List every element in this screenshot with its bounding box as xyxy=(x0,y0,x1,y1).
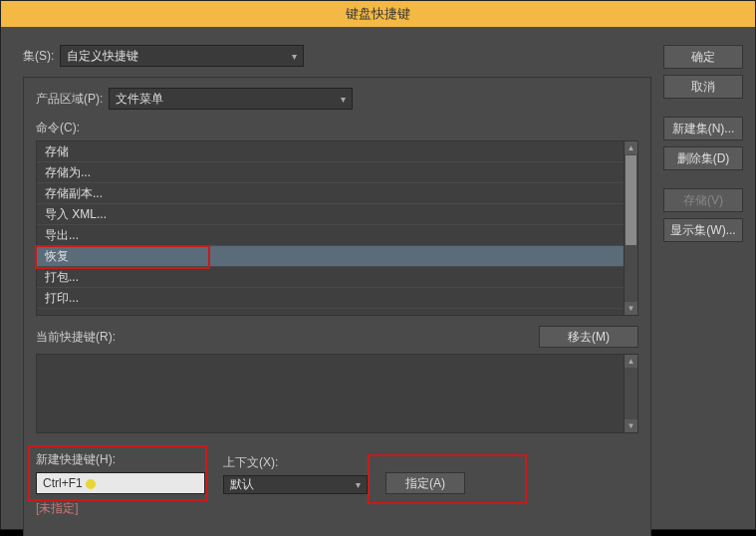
set-select[interactable]: 自定义快捷键 xyxy=(60,45,304,67)
cancel-button[interactable]: 取消 xyxy=(663,75,743,99)
current-scrollbar[interactable]: ▲ ▼ xyxy=(624,355,637,432)
scroll-down-icon[interactable]: ▼ xyxy=(625,419,637,432)
set-value: 自定义快捷键 xyxy=(67,48,138,65)
delete-set-button[interactable]: 删除集(D) xyxy=(663,146,743,170)
product-area-select[interactable]: 文件菜单 xyxy=(109,88,353,110)
ok-button[interactable]: 确定 xyxy=(663,45,743,69)
list-item[interactable]: 导出... xyxy=(37,225,624,246)
remove-button[interactable]: 移去(M) xyxy=(539,326,638,348)
scroll-up-icon[interactable]: ▲ xyxy=(625,141,637,154)
cursor-highlight-icon xyxy=(86,479,96,489)
dialog-title: 键盘快捷键 xyxy=(1,1,755,27)
context-select[interactable]: 默认 xyxy=(223,475,368,494)
show-set-button[interactable]: 显示集(W)... xyxy=(663,218,743,242)
keyboard-shortcuts-dialog: 键盘快捷键 集(S): 自定义快捷键 产品区域(P): 文件菜单 命令(C): xyxy=(0,0,756,530)
list-item[interactable]: 存储 xyxy=(37,141,624,162)
unassigned-text: [未指定] xyxy=(36,500,638,517)
list-item[interactable]: 打包... xyxy=(37,267,624,288)
assign-button[interactable]: 指定(A) xyxy=(385,472,465,494)
set-label: 集(S): xyxy=(23,48,54,65)
scroll-down-icon[interactable]: ▼ xyxy=(625,302,637,315)
scroll-thumb[interactable] xyxy=(626,155,636,245)
product-area-value: 文件菜单 xyxy=(116,91,163,108)
current-shortcut-label: 当前快捷键(R): xyxy=(36,329,529,346)
context-value: 默认 xyxy=(230,476,254,493)
list-item[interactable]: 打印... xyxy=(37,288,624,309)
list-item[interactable]: 导入 XML... xyxy=(37,204,624,225)
scroll-up-icon[interactable]: ▲ xyxy=(625,355,637,368)
list-item[interactable]: 存储副本... xyxy=(37,183,624,204)
new-shortcut-label: 新建快捷键(H): xyxy=(36,451,205,468)
new-shortcut-input[interactable]: Ctrl+F1 xyxy=(36,472,205,494)
commands-list: 存储 存储为... 存储副本... 导入 XML... 导出... 恢复 打包.… xyxy=(36,140,638,316)
commands-label: 命令(C): xyxy=(36,120,638,136)
save-button: 存储(V) xyxy=(663,188,743,212)
new-set-button[interactable]: 新建集(N)... xyxy=(663,117,743,140)
commands-list-items[interactable]: 存储 存储为... 存储副本... 导入 XML... 导出... 恢复 打包.… xyxy=(37,141,624,315)
current-shortcuts-list[interactable]: ▲ ▼ xyxy=(36,354,638,433)
product-area-label: 产品区域(P): xyxy=(36,91,103,108)
list-item[interactable]: 存储为... xyxy=(37,162,624,183)
new-shortcut-value: Ctrl+F1 xyxy=(43,476,83,490)
commands-scrollbar[interactable]: ▲ ▼ xyxy=(624,141,637,315)
context-label: 上下文(X): xyxy=(223,454,368,471)
list-item-selected[interactable]: 恢复 xyxy=(37,246,624,267)
